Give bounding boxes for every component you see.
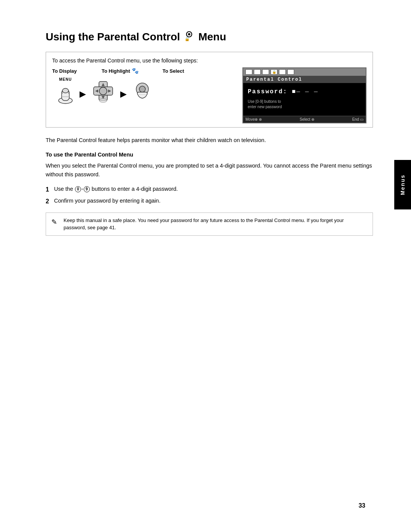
steps-icons: MENU ▶ [52,77,239,104]
tv-icon-3: ㊙ [262,69,269,75]
zero-circle: 0 [75,186,81,192]
svg-point-16 [139,86,145,92]
highlight-icon: 🐾 [132,67,139,74]
steps-labels: To Display To Highlight 🐾 To Select [52,67,239,74]
list-item-2: 2 Confirm your password by entering it a… [46,197,373,206]
tv-body: Password: ■— — — Use [0-9] buttons to en… [243,83,366,116]
instruction-box: To access the Parental Control menu, use… [46,52,373,128]
tv-icon-4: 🔒 [271,69,277,75]
arrow-icon-1: ▶ [80,89,86,99]
section-heading: To use the Parental Control Menu [46,152,373,158]
page-number: 33 [358,502,365,509]
body-intro: The Parental Control feature helps paren… [46,136,373,145]
tv-end: End ▭ [352,117,363,121]
steps-area: To Display To Highlight 🐾 To Select MENU [52,67,366,123]
instruction-intro: To access the Parental Control menu, use… [52,58,366,64]
note-box: ✎ Keep this manual in a safe place. You … [46,212,373,236]
tv-icon-2: 沙 [254,69,261,75]
step3-label: To Select [162,68,201,74]
menu-label: MENU [59,77,72,81]
numbered-list: 1 Use the 0-9 buttons to enter a 4-digit… [46,185,373,206]
tv-screen: ⊞ 沙 ㊙ 🔒 ⏱ 🖨 Parental Control Password: ■… [242,67,366,123]
tv-icon-1: ⊞ [245,69,252,75]
note-icon: ✎ [51,217,60,227]
tv-topbar: ⊞ 沙 ㊙ 🔒 ⏱ 🖨 [243,68,366,76]
svg-point-9 [99,87,107,95]
tv-move: Move⊕ ⊕ [245,117,262,121]
arrow-icon-2: ▶ [120,89,127,99]
tv-title-bar: Parental Control [243,76,366,83]
dpad-icon [91,78,116,104]
step1-label: To Display [52,68,102,74]
tv-icon-6: 🖨 [287,69,294,75]
select-icon [131,79,153,103]
title-suffix: Menu [198,31,226,43]
tv-title: Parental Control [246,77,302,82]
parental-icon: 🔒 [183,30,195,43]
list-text-1: Use the 0-9 buttons to enter a 4-digit p… [54,185,178,193]
tv-icon-5: ⏱ [279,69,286,75]
dpad-group [91,78,116,104]
step2-label: To Highlight 🐾 [102,67,162,74]
list-text-2: Confirm your password by entering it aga… [54,197,161,205]
steps-left: To Display To Highlight 🐾 To Select MENU [52,67,239,104]
tv-password: Password: ■— — — [248,88,361,95]
svg-text:🔒: 🔒 [185,36,190,41]
note-text: Keep this manual in a safe place. You ne… [64,217,367,232]
page-title: Using the Parental Control 🔒 Menu [46,30,373,43]
list-item-1: 1 Use the 0-9 buttons to enter a 4-digit… [46,185,373,195]
list-num-2: 2 [46,197,51,206]
svg-point-1 [188,33,190,35]
tv-select: Select ⊕ [300,117,315,121]
sidebar-tab-label: Menus [400,174,406,195]
list-num-1: 1 [46,185,51,195]
select-group [131,79,153,103]
body-paragraph: When you select the Parental Control men… [46,161,373,179]
svg-point-6 [62,88,68,93]
tv-bottom-bar: Move⊕ ⊕ Select ⊕ End ▭ [243,116,366,123]
nine-circle: 9 [84,186,90,192]
menu-button-group: MENU [56,77,75,104]
title-text: Using the Parental Control [46,31,180,43]
sidebar-tab: Menus [394,160,411,209]
tv-hint: Use [0-9] buttons to enter new password [248,99,361,110]
svg-point-14 [99,99,107,102]
hand-icon-1 [56,82,75,104]
